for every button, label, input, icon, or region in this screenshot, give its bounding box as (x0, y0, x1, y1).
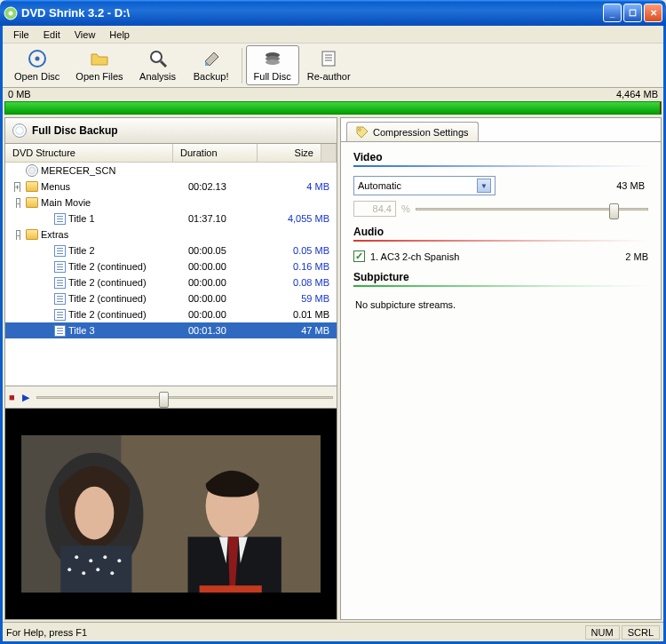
left-pane-header: Full Disc Backup (4, 117, 337, 144)
maximize-button[interactable]: ☐ (623, 4, 642, 22)
svg-point-26 (82, 571, 85, 575)
svg-rect-36 (5, 592, 337, 619)
stack-icon (263, 49, 282, 68)
menu-view[interactable]: View (67, 28, 103, 42)
tree-row[interactable]: Title 2 (continued)00:00.000.08 MB (5, 274, 337, 290)
svg-point-23 (103, 555, 107, 559)
title-icon (54, 277, 66, 289)
tree-row[interactable]: - Extras (5, 227, 337, 242)
svg-rect-37 (5, 435, 21, 594)
disc-icon (12, 123, 27, 138)
svg-point-4 (151, 52, 162, 62)
rule-video (353, 165, 648, 167)
row-size: 0.01 MB (273, 309, 337, 320)
status-scrl: SCRL (622, 625, 660, 640)
col-structure[interactable]: DVD Structure (5, 144, 173, 162)
svg-rect-9 (322, 52, 335, 66)
toolbar-backup[interactable]: Backup! (185, 45, 238, 85)
app-icon (4, 6, 18, 20)
row-name: Title 2 (continued) (68, 277, 147, 288)
svg-point-21 (75, 555, 78, 559)
close-button[interactable]: ✕ (644, 4, 662, 22)
row-name: Title 2 (continued) (68, 261, 147, 272)
row-name: Extras (41, 229, 68, 240)
stop-button[interactable]: ■ (9, 392, 15, 402)
col-scroll-gutter (321, 144, 337, 162)
tree-row[interactable]: Title 2 (continued)00:00.000.16 MB (5, 258, 337, 274)
svg-point-22 (89, 559, 92, 562)
video-slider-knob[interactable] (609, 203, 619, 219)
menu-help[interactable]: Help (102, 28, 137, 42)
video-ratio-slider[interactable] (416, 201, 648, 217)
title-icon (54, 261, 66, 273)
expander-icon[interactable]: + (14, 182, 20, 192)
menu-edit[interactable]: Edit (36, 28, 67, 42)
row-name: Menus (41, 181, 70, 192)
tree-row[interactable]: Title 2 (continued)00:00.0059 MB (5, 290, 337, 306)
tree-row[interactable]: Title 200:00.050.05 MB (5, 242, 337, 258)
toolbar: Open DiscOpen FilesAnalysisBackup!Full D… (3, 44, 663, 88)
svg-point-19 (75, 487, 114, 540)
toolbar-label: Backup! (194, 71, 229, 82)
svg-rect-20 (60, 545, 131, 594)
row-size: 0.08 MB (273, 277, 337, 288)
minimize-button[interactable]: _ (603, 4, 622, 22)
svg-rect-38 (321, 435, 337, 594)
size-left: 0 MB (8, 89, 31, 100)
tree-row[interactable]: Title 101:37.104,055 MB (5, 211, 337, 227)
row-size: 4,055 MB (273, 213, 337, 224)
tree-row[interactable]: - Main Movie (5, 195, 337, 211)
toolbar-analysis[interactable]: Analysis (131, 45, 185, 85)
toolbar-re-author[interactable]: Re-author (299, 45, 359, 85)
row-duration: 00:00.00 (188, 277, 273, 288)
checkbox-icon[interactable]: ✓ (353, 250, 365, 262)
tree-row[interactable]: Title 300:01.3047 MB (5, 322, 337, 338)
audio-text: 1. AC3 2-ch Spanish (370, 251, 459, 262)
folder-icon (90, 49, 109, 68)
video-mode-combo[interactable]: Automatic ▼ (353, 176, 496, 195)
disc-icon (28, 49, 47, 68)
transport-bar: ■ ▶ (4, 386, 337, 409)
toolbar-label: Full Disc (254, 71, 291, 82)
dvd-icon (26, 164, 38, 177)
left-pane-title: Full Disc Backup (32, 124, 118, 137)
status-help: For Help, press F1 (6, 627, 87, 638)
svg-point-27 (96, 568, 99, 571)
title-icon (54, 293, 66, 305)
tree-row[interactable]: MERECER_SCN (5, 163, 337, 179)
transport-track[interactable] (36, 389, 333, 405)
tree-rows[interactable]: MERECER_SCN+ Menus00:02.134 MB- Main Mov… (5, 163, 337, 386)
section-sub-title: Subpicture (353, 271, 648, 283)
col-size[interactable]: Size (258, 144, 321, 162)
video-size: 43 MB (616, 180, 648, 191)
toolbar-full-disc[interactable]: Full Disc (246, 45, 299, 85)
toolbar-open-disc[interactable]: Open Disc (6, 45, 67, 85)
row-duration: 00:01.30 (188, 325, 273, 336)
row-size: 59 MB (273, 293, 337, 304)
svg-line-5 (161, 61, 166, 67)
status-num: NUM (585, 625, 620, 640)
size-right: 4,464 MB (616, 89, 658, 100)
sub-message: No subpicture streams. (353, 296, 648, 314)
tree-row[interactable]: Title 2 (continued)00:00.000.01 MB (5, 306, 337, 322)
toolbar-open-files[interactable]: Open Files (67, 45, 131, 85)
svg-rect-35 (5, 409, 337, 435)
row-duration: 00:00.00 (188, 293, 273, 304)
tab-strip: Compression Settings (341, 118, 661, 142)
tab-label: Compression Settings (373, 127, 469, 138)
play-button[interactable]: ▶ (22, 392, 29, 403)
audio-row[interactable]: ✓1. AC3 2-ch Spanish2 MB (353, 250, 648, 262)
row-name: Title 2 (continued) (68, 309, 147, 320)
rule-sub (353, 285, 648, 287)
tree-row[interactable]: + Menus00:02.134 MB (5, 179, 337, 195)
video-mode-value: Automatic (358, 180, 401, 191)
tab-compression[interactable]: Compression Settings (346, 122, 479, 142)
col-duration[interactable]: Duration (173, 144, 258, 162)
section-video-title: Video (353, 151, 648, 163)
transport-knob[interactable] (159, 392, 169, 408)
svg-point-25 (67, 568, 71, 571)
svg-point-28 (110, 571, 114, 575)
expander-icon[interactable]: - (16, 230, 20, 240)
expander-icon[interactable]: - (16, 198, 20, 208)
menu-file[interactable]: File (6, 28, 36, 42)
